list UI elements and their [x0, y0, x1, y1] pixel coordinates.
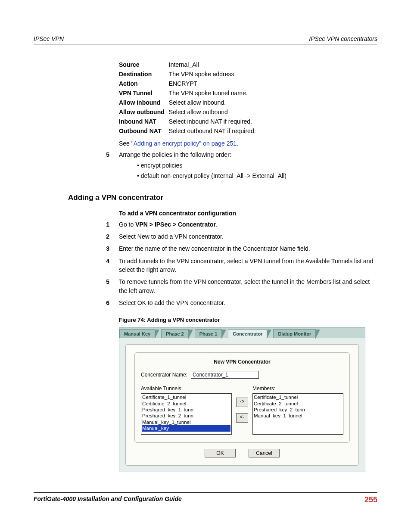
step-text: Select New to add a VPN concentrator.: [119, 232, 377, 241]
footer-guide-title: FortiGate-4000 Installation and Configur…: [34, 495, 182, 504]
field-label: Allow outbound: [119, 107, 169, 117]
available-tunnels-label: Available Tunnels:: [141, 386, 232, 392]
tab-strip: Manual KeyPhase 2Phase 1ConcentratorDial…: [119, 328, 365, 338]
field-label: Outbound NAT: [119, 126, 169, 136]
field-row: Outbound NATSelect outbound NAT if requi…: [119, 126, 256, 136]
field-value: ENCRYPT: [169, 79, 256, 88]
concentrator-name-label: Concentrator Name:: [141, 372, 187, 378]
field-value: Select inbound NAT if required.: [169, 117, 256, 126]
field-row: ActionENCRYPT: [119, 79, 256, 88]
step-text: Enter the name of the new concentrator i…: [119, 244, 377, 253]
tab-concentrator[interactable]: Concentrator: [228, 329, 267, 338]
see-reference: See "Adding an encrypt policy" on page 2…: [119, 140, 377, 147]
running-header: IPSec VPN IPSec VPN concentrators: [34, 35, 377, 44]
field-label: Inbound NAT: [119, 117, 169, 126]
list-item[interactable]: Preshared_key_2_tunn: [254, 407, 342, 413]
procedure-step: 3Enter the name of the new concentrator …: [34, 244, 377, 253]
list-item[interactable]: Certificate_1_tunnel: [142, 394, 230, 400]
dialog-title: New VPN Concentrator: [141, 359, 343, 365]
field-value: Internal_All: [169, 60, 256, 69]
procedure-step: 1Go to VPN > IPSec > Concentrator.: [34, 220, 377, 229]
members-label: Members:: [252, 386, 343, 392]
field-label: Action: [119, 79, 169, 88]
page-footer: FortiGate-4000 Installation and Configur…: [34, 492, 377, 504]
ok-button[interactable]: OK: [205, 449, 236, 457]
header-left: IPSec VPN: [34, 35, 64, 42]
step-5-top: 5 Arrange the policies in the following …: [34, 150, 377, 159]
step-number: 4: [34, 257, 119, 274]
field-row: Allow outboundSelect allow outbound: [119, 107, 256, 117]
list-item[interactable]: Manual_key_1_tunnel: [254, 413, 342, 419]
field-label: Allow inbound: [119, 98, 169, 107]
field-label: Destination: [119, 69, 169, 79]
tab-manual-key[interactable]: Manual Key: [119, 329, 155, 338]
tab-dialup-monitor[interactable]: Dialup Monitor: [273, 329, 316, 338]
procedure-step: 2Select New to add a VPN concentrator.: [34, 232, 377, 241]
encrypt-policy-link[interactable]: "Adding an encrypt policy" on page 251: [131, 140, 237, 147]
field-row: Allow inboundSelect allow inbound.: [119, 98, 256, 107]
field-row: VPN TunnelThe VPN spoke tunnel name.: [119, 88, 256, 98]
field-value: Select outbound NAT if required.: [169, 126, 256, 136]
available-tunnels-list[interactable]: Certificate_1_tunnelCertificate_2_tunnel…: [141, 393, 232, 435]
field-label: VPN Tunnel: [119, 88, 169, 98]
procedure-step: 6Select OK to add the VPN concentrator.: [34, 299, 377, 307]
step-number: 5: [34, 277, 119, 295]
tab-phase-2[interactable]: Phase 2: [161, 329, 189, 338]
bullet-item: • default non-encrypt policy (Internal_A…: [131, 171, 377, 181]
field-settings-table: SourceInternal_AllDestinationThe VPN spo…: [119, 60, 256, 136]
tab-phase-1[interactable]: Phase 1: [195, 329, 222, 338]
field-value: Select allow outbound: [169, 107, 256, 117]
step-number: 2: [34, 232, 119, 241]
procedure-heading: To add a VPN concentrator configuration: [119, 210, 377, 217]
step-text: Go to VPN > IPSec > Concentrator.: [119, 220, 377, 229]
members-list[interactable]: Certificate_1_tunnelCertificate_2_tunnel…: [252, 393, 343, 435]
list-item[interactable]: Certificate_2_tunnel: [142, 401, 230, 407]
field-row: DestinationThe VPN spoke address.: [119, 69, 256, 79]
cancel-button[interactable]: Cancel: [249, 449, 280, 457]
header-right: IPSec VPN concentrators: [309, 35, 377, 42]
step-number: 1: [34, 220, 119, 229]
step-text: To remove tunnels from the VPN concentra…: [119, 277, 377, 295]
field-value: The VPN spoke address.: [169, 69, 256, 79]
list-item[interactable]: Certificate_1_tunnel: [254, 394, 342, 400]
concentrator-screenshot: Manual KeyPhase 2Phase 1ConcentratorDial…: [119, 327, 365, 472]
step5-bullets: • encrypt policies• default non-encrypt …: [34, 161, 377, 181]
figure-caption: Figure 74: Adding a VPN concentrator: [119, 317, 377, 323]
field-label: Source: [119, 60, 169, 69]
step-number: 3: [34, 244, 119, 253]
page-number: 255: [364, 495, 377, 504]
concentrator-name-input[interactable]: [191, 371, 259, 379]
procedure-step: 4To add tunnels to the VPN concentrator,…: [34, 257, 377, 274]
move-right-button[interactable]: ->: [236, 398, 248, 407]
list-item[interactable]: Preshared_key_2_tunn: [142, 413, 230, 419]
step-number: 6: [34, 299, 119, 307]
section-heading: Adding a VPN concentrator: [68, 193, 377, 202]
list-item[interactable]: Preshared_key_1_tunn: [142, 407, 230, 413]
field-row: Inbound NATSelect inbound NAT if require…: [119, 117, 256, 126]
list-item[interactable]: Manual_key_1_tunnel: [142, 419, 230, 425]
step-text: To add tunnels to the VPN concentrator, …: [119, 257, 377, 274]
list-item[interactable]: Manual_key: [142, 425, 230, 431]
bullet-item: • encrypt policies: [131, 161, 377, 171]
field-value: Select allow inbound.: [169, 98, 256, 107]
step-text: Select OK to add the VPN concentrator.: [119, 299, 377, 307]
field-value: The VPN spoke tunnel name.: [169, 88, 256, 98]
list-item[interactable]: Certificate_2_tunnel: [254, 401, 342, 407]
move-left-button[interactable]: <-: [236, 413, 248, 423]
field-row: SourceInternal_All: [119, 60, 256, 69]
procedure-step: 5To remove tunnels from the VPN concentr…: [34, 277, 377, 295]
